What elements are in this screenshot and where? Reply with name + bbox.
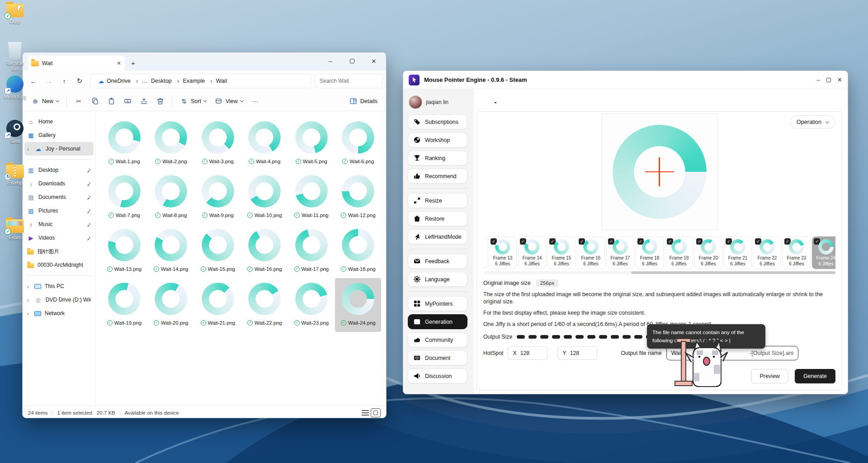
desktop-icon[interactable]: Recycle Bin: [2, 42, 28, 71]
frame-item[interactable]: ✓ Frame 13 6 Jiffies: [489, 236, 517, 269]
frame-item[interactable]: ✓ Frame 24 6 Jiffies: [812, 236, 835, 269]
sidebar-item[interactable]: 00030-ArcMidnight: [24, 258, 94, 272]
generate-button[interactable]: Generate: [795, 369, 835, 383]
sidebar-item[interactable]: ▨ Pictures: [24, 204, 94, 217]
preview-button[interactable]: Preview: [751, 369, 788, 383]
minimize-button[interactable]: –: [321, 54, 340, 68]
sidebar-nav-button[interactable]: Resize: [408, 193, 467, 208]
paste-button[interactable]: [103, 94, 119, 108]
sidebar-nav-button[interactable]: LeftHandMode: [408, 229, 467, 244]
output-size-option[interactable]: [587, 335, 595, 339]
sidebar-item[interactable]: › This PC: [24, 279, 94, 293]
file-item[interactable]: ✓ Wait-7.png: [101, 170, 147, 224]
desktop-icon[interactable]: ↗ Stea: [2, 119, 28, 144]
file-item[interactable]: ✓ Wait-18.png: [335, 224, 381, 278]
close-button[interactable]: ✕: [837, 76, 842, 83]
details-button[interactable]: Details: [345, 94, 382, 108]
output-size-option[interactable]: [552, 335, 560, 339]
cut-button[interactable]: ✂: [71, 94, 87, 108]
refresh-icon[interactable]: ↻: [72, 74, 87, 88]
sidebar-item[interactable]: ♪ Music: [24, 217, 94, 231]
sidebar-item[interactable]: › Network: [24, 307, 94, 320]
breadcrumb-item[interactable]: ☁ OneDrive ›: [95, 77, 140, 85]
sidebar-item[interactable]: ▶ Videos: [24, 231, 94, 245]
file-item[interactable]: ✓ Wait-14.png: [148, 224, 194, 278]
tab-close-icon[interactable]: ✕: [117, 60, 121, 66]
file-item[interactable]: ✓ Wait-20.png: [148, 278, 194, 332]
frame-item[interactable]: ✓ Frame 22 6 Jiffies: [753, 236, 781, 269]
hotspot-x-input[interactable]: X 128: [508, 346, 547, 360]
file-item[interactable]: ✓ Wait-2.png: [148, 117, 194, 170]
rename-button[interactable]: A: [119, 94, 136, 108]
delete-button[interactable]: [152, 94, 168, 108]
breadcrumb-item[interactable]: Desktop ›: [149, 77, 181, 85]
output-size-option[interactable]: [540, 335, 548, 339]
forward-icon[interactable]: →: [42, 74, 56, 88]
file-item[interactable]: ✓ Wait-21.png: [195, 278, 241, 332]
frame-item[interactable]: ✓ Frame 19 6 Jiffies: [665, 236, 693, 269]
sidebar-item[interactable]: ↓ Downloads: [24, 177, 94, 190]
file-item[interactable]: ✓ Wait-16.png: [241, 224, 288, 278]
sidebar-nav-button[interactable]: Ranking: [408, 151, 467, 165]
thumbnail-view-icon[interactable]: [371, 408, 381, 417]
sidebar-item[interactable]: ▥ Desktop: [24, 163, 94, 177]
file-item[interactable]: ✓ Wait-19.png: [101, 278, 147, 332]
new-button[interactable]: ⊕ New: [27, 94, 63, 108]
frame-item[interactable]: ✓ Frame 17 6 Jiffies: [606, 236, 634, 269]
breadcrumb-item[interactable]: Example ›: [181, 77, 214, 85]
file-item[interactable]: ✓ Wait-11.png: [288, 170, 335, 224]
desktop-icon[interactable]: ↗ Micro Edg: [2, 75, 28, 99]
chevron-right-icon[interactable]: ›: [27, 310, 31, 317]
output-size-option[interactable]: [517, 335, 525, 339]
sidebar-nav-button[interactable]: Restore: [408, 211, 467, 226]
up-icon[interactable]: ↑: [57, 74, 71, 88]
output-size-option[interactable]: [564, 335, 572, 339]
explorer-tab[interactable]: Wait ✕: [28, 56, 125, 71]
sidebar-item[interactable]: › ☁ Joy - Personal: [24, 142, 94, 156]
pointer-tab[interactable]: [495, 96, 496, 103]
frame-item[interactable]: ✓ Frame 20 6 Jiffies: [694, 236, 722, 269]
pointer-tab[interactable]: [477, 96, 479, 100]
frame-item[interactable]: ✓ Frame 16 6 Jiffies: [577, 236, 605, 269]
close-button[interactable]: ✕: [364, 54, 383, 68]
sidebar-item[interactable]: 指针图片: [24, 245, 94, 258]
frame-item[interactable]: ✓ Frame 12 6 Jiffies: [483, 236, 487, 269]
sidebar-nav-button[interactable]: Community: [408, 332, 467, 347]
breadcrumb-item[interactable]: …: [140, 78, 149, 84]
search-input[interactable]: [315, 74, 382, 88]
breadcrumb[interactable]: ☁ OneDrive › … Desktop › Example: [90, 74, 311, 88]
chevron-right-icon[interactable]: ›: [27, 283, 31, 290]
file-item[interactable]: ✓ Wait-10.png: [241, 170, 288, 224]
frame-item[interactable]: ✓ Frame 15 6 Jiffies: [547, 236, 576, 269]
frame-item[interactable]: ✓ Frame 18 6 Jiffies: [636, 236, 664, 269]
sidebar-nav-button[interactable]: Document: [408, 350, 467, 365]
file-item[interactable]: ✓ Wait-6.png: [335, 117, 381, 170]
file-item[interactable]: ✓ Wait-22.png: [241, 278, 288, 332]
file-item[interactable]: ✓ Wait-1.png: [101, 117, 147, 170]
operation-dropdown[interactable]: Operation: [790, 115, 835, 129]
sidebar-item[interactable]: › ◎ DVD Drive (D:) Win: [24, 293, 94, 307]
output-size-option[interactable]: [634, 335, 642, 339]
file-item[interactable]: ✓ Wait-12.png: [335, 170, 381, 224]
copy-button[interactable]: [87, 94, 103, 108]
new-tab-button[interactable]: +: [131, 59, 135, 67]
output-size-option[interactable]: [599, 335, 607, 339]
file-item[interactable]: ✓ Wait-3.png: [195, 117, 241, 170]
maximize-button[interactable]: [343, 54, 362, 68]
output-size-option[interactable]: [611, 335, 619, 339]
sidebar-nav-button[interactable]: Language: [408, 272, 467, 287]
more-button[interactable]: ⋯: [247, 94, 264, 108]
file-item[interactable]: ✓ Wait-15.png: [195, 224, 241, 278]
output-size-option[interactable]: [623, 335, 631, 339]
sidebar-item[interactable]: ▤ Documents: [24, 190, 94, 204]
breadcrumb-item[interactable]: Wait: [214, 78, 229, 84]
sidebar-nav-button[interactable]: Discussion: [408, 369, 467, 383]
view-button[interactable]: View: [211, 94, 247, 108]
sidebar-nav-button[interactable]: Subscriptions: [408, 114, 467, 129]
sidebar-nav-button[interactable]: Generation: [408, 314, 467, 329]
user-account[interactable]: jiaqian lin: [409, 95, 469, 109]
sidebar-item[interactable]: ▦ Gallery: [24, 128, 94, 142]
desktop-icon[interactable]: ↻ Examp: [2, 161, 28, 185]
file-item[interactable]: ✓ Wait-13.png: [101, 224, 147, 278]
output-size-option[interactable]: [576, 335, 584, 339]
